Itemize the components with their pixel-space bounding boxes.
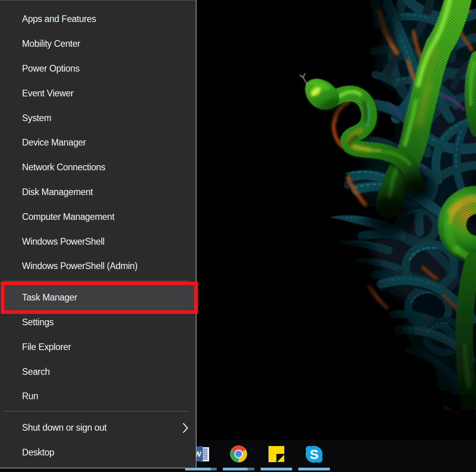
menu-item-device-manager[interactable]: Device Manager	[0, 130, 196, 155]
taskbar-button-skype[interactable]: S	[298, 440, 330, 472]
taskbar-button-sticky-notes[interactable]	[261, 440, 292, 472]
menu-item-power-options[interactable]: Power Options	[0, 56, 196, 81]
menu-separator-1	[4, 281, 189, 281]
submenu-chevron-icon	[182, 422, 188, 433]
menu-item-system[interactable]: System	[0, 106, 196, 131]
menu-item-apps-and-features[interactable]: Apps and Features	[0, 7, 196, 32]
menu-item-settings[interactable]: Settings	[0, 310, 196, 335]
taskbar-indicator-skype	[298, 468, 330, 470]
menu-item-windows-powershell[interactable]: Windows PowerShell	[0, 229, 196, 254]
menu-item-windows-powershell-admin[interactable]: Windows PowerShell (Admin)	[0, 254, 196, 278]
taskbar-indicator-chrome	[223, 468, 248, 470]
menu-item-file-explorer[interactable]: File Explorer	[0, 335, 196, 360]
skype-icon: S	[305, 445, 323, 464]
taskbar-indicator-sticky-notes	[261, 468, 292, 470]
taskbar-button-chrome[interactable]	[223, 440, 254, 472]
menu-item-run[interactable]: Run	[0, 384, 196, 409]
sticky-notes-icon	[267, 445, 285, 463]
menu-item-disk-management[interactable]: Disk Management	[0, 180, 196, 205]
chrome-icon	[230, 445, 248, 463]
menu-separator-2	[4, 411, 189, 411]
menu-item-task-manager[interactable]: Task Manager	[0, 285, 196, 310]
menu-item-event-viewer[interactable]: Event Viewer	[0, 81, 196, 106]
menu-item-network-connections[interactable]: Network Connections	[0, 155, 196, 180]
menu-item-mobility-center[interactable]: Mobility Center	[0, 31, 196, 56]
menu-item-desktop[interactable]: Desktop	[0, 440, 196, 465]
taskbar-indicator-chrome-alt	[248, 468, 254, 470]
menu-item-label: Shut down or sign out	[22, 422, 107, 433]
taskbar-indicator-word-alt	[211, 468, 217, 470]
svg-text:S: S	[310, 447, 319, 462]
desktop: W	[0, 0, 476, 472]
menu-item-search[interactable]: Search	[0, 360, 196, 384]
winx-menu: Apps and Features Mobility Center Power …	[0, 0, 197, 468]
menu-item-computer-management[interactable]: Computer Management	[0, 205, 196, 229]
menu-item-shut-down-or-sign-out[interactable]: Shut down or sign out	[0, 415, 196, 440]
